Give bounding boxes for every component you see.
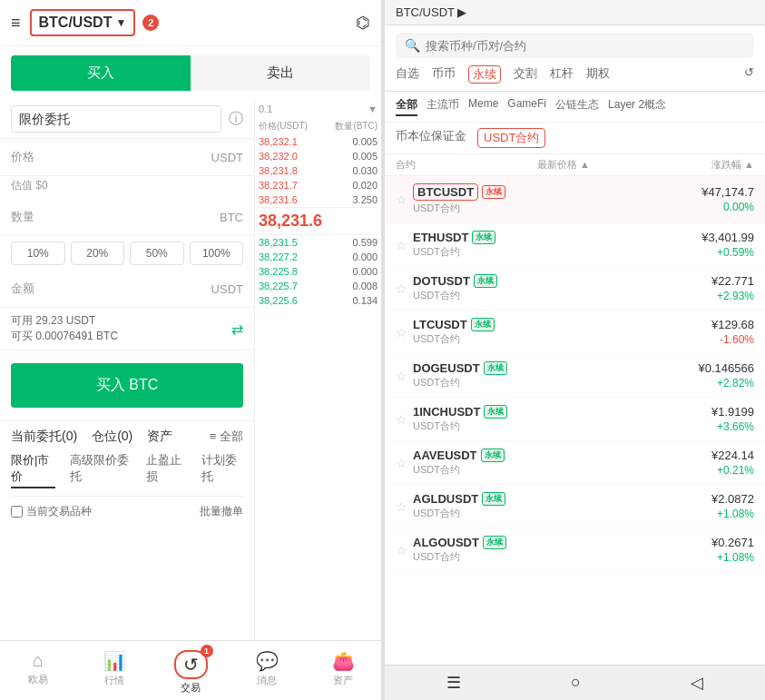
sell-tab[interactable]: 卖出 [191, 55, 370, 91]
nav-market-label: 行情 [104, 674, 124, 687]
pct-10-btn[interactable]: 10% [11, 242, 65, 265]
buy-tab[interactable]: 买入 [11, 55, 191, 91]
ctab-coin-margin[interactable]: 币本位保证金 [396, 128, 466, 148]
order-type-select[interactable]: 限价委托 [11, 105, 221, 133]
list-header-change: 涨跌幅 ▲ [711, 158, 754, 172]
coin-sub-algo: USDT合约 [413, 550, 711, 564]
coin-name-row-ltc: LTCUSDT 永续 [413, 318, 711, 331]
avail-btc: 可买 0.00076491 BTC [11, 329, 118, 344]
nav-trade-label: 交易 [181, 681, 201, 695]
ob-bid-3: 38,225.7 0.008 [259, 279, 378, 293]
menu-icon[interactable]: ≡ [11, 14, 21, 33]
coin-row-ethusdt[interactable]: ☆ ETHUSDT 永续 USDT合约 ¥3,401.99 +0.59% [385, 223, 765, 267]
pair-selector[interactable]: BTC/USDT ▼ [30, 9, 136, 36]
nav-messages-label: 消息 [257, 674, 277, 687]
ob-bid-qty-3: 0.008 [352, 281, 378, 291]
cat-tab-leverage[interactable]: 杠杆 [550, 65, 574, 84]
pct-20-btn[interactable]: 20% [71, 242, 125, 265]
cat-tab-perp[interactable]: 永续 [468, 65, 501, 84]
advanced-limit-tab[interactable]: 高级限价委托 [70, 452, 132, 488]
sub-tab-layer2[interactable]: Layer 2概念 [608, 97, 666, 116]
coin-price-ltc: ¥129.68 [711, 318, 754, 331]
all-orders-btn[interactable]: ≡ 全部 [210, 429, 243, 445]
coin-row-ltcusdt[interactable]: ☆ LTCUSDT 永续 USDT合约 ¥129.68 -1.60% [385, 311, 765, 354]
nav-assets[interactable]: 👛 资产 [305, 648, 381, 696]
sub-tab-all[interactable]: 全部 [396, 97, 417, 116]
ob-col-qty: 数量(BTC) [335, 120, 378, 133]
coin-row-dogeusdt[interactable]: ☆ DOGEUSDT 永续 USDT合约 ¥0.146566 +2.82% [385, 354, 765, 398]
star-icon-eth[interactable]: ☆ [396, 238, 407, 252]
star-icon-1inch[interactable]: ☆ [396, 412, 407, 427]
sub-tab-mainstream[interactable]: 主流币 [427, 97, 459, 116]
coin-change-agld: +1.08% [717, 508, 754, 520]
pct-100-btn[interactable]: 100% [190, 242, 244, 265]
cat-tab-options[interactable]: 期权 [586, 65, 610, 84]
star-icon-btc[interactable]: ☆ [396, 192, 407, 207]
current-orders-tab[interactable]: 当前委托(0) [11, 429, 77, 445]
info-icon[interactable]: ⓘ [229, 110, 243, 129]
plan-tab[interactable]: 计划委托 [201, 452, 243, 488]
amount-unit: BTC [220, 211, 243, 224]
stop-loss-tab[interactable]: 止盈止损 [146, 452, 188, 488]
buy-btc-button[interactable]: 买入 BTC [11, 363, 243, 408]
sys-home-icon[interactable]: ○ [571, 673, 581, 693]
positions-tab[interactable]: 仓位(0) [92, 429, 132, 445]
rp-top-bar: BTC/USDT ▶ [385, 0, 765, 25]
coin-left-algo: ALGOUSDT 永续 USDT合约 [413, 536, 711, 564]
cat-tab-favorite[interactable]: 自选 [396, 65, 419, 84]
coin-name-algo: ALGOUSDT [413, 536, 479, 549]
star-icon-agld[interactable]: ☆ [396, 499, 407, 514]
perp-badge-eth: 永续 [472, 231, 495, 244]
sub-tab-chain[interactable]: 公链生态 [555, 97, 599, 116]
coin-name-row-doge: DOGEUSDT 永续 [413, 361, 699, 375]
assets-tab[interactable]: 资产 [147, 429, 172, 445]
nav-market[interactable]: 📊 行情 [76, 648, 152, 696]
coin-sub-dot: USDT合约 [413, 289, 711, 302]
pct-50-btn[interactable]: 50% [130, 242, 184, 265]
coin-row-1inchusdt[interactable]: ☆ 1INCHUSDT 永续 USDT合约 ¥1.9199 +3.66% [385, 398, 765, 441]
contract-tabs: 币本位保证金 USDT合约 [385, 123, 765, 154]
star-icon-doge[interactable]: ☆ [396, 369, 407, 383]
nav-messages[interactable]: 💬 消息 [229, 648, 305, 696]
header: ≡ BTC/USDT ▼ 2 ⌬ [0, 0, 381, 46]
list-header-price: 最新价格 ▲ [537, 158, 590, 172]
coin-row-dotusdt[interactable]: ☆ DOTUSDT 永续 USDT合约 ¥22.771 +2.93% [385, 267, 765, 311]
swap-icon[interactable]: ⇄ [231, 320, 243, 338]
nav-home[interactable]: ⌂ 欧易 [0, 648, 76, 696]
coin-row-aaveusdt[interactable]: ☆ AAVEUSDT 永续 USDT合约 ¥224.14 +0.21% [385, 441, 765, 485]
chart-icon[interactable]: ⌬ [356, 13, 370, 33]
star-icon-aave[interactable]: ☆ [396, 456, 407, 470]
coin-name-btc: BTCUSDT [413, 183, 478, 201]
list-header: 合约 最新价格 ▲ 涨跌幅 ▲ [385, 154, 765, 176]
coin-right-algo: ¥0.2671 +1.08% [711, 536, 754, 564]
coin-change-eth: +0.59% [717, 246, 754, 259]
price-input[interactable] [38, 144, 211, 170]
cat-tab-delivery[interactable]: 交割 [514, 65, 537, 84]
sys-back-icon[interactable]: ◁ [691, 673, 703, 693]
sys-menu-icon[interactable]: ☰ [446, 673, 461, 693]
current-pair-checkbox[interactable] [11, 506, 23, 518]
coin-left-doge: DOGEUSDT 永续 USDT合约 [413, 361, 699, 389]
sub-tab-gamefi[interactable]: GameFi [507, 97, 546, 116]
ctab-usdt[interactable]: USDT合约 [477, 128, 545, 148]
total-input[interactable] [38, 276, 211, 301]
batch-cancel-btn[interactable]: 批量撤单 [200, 504, 243, 519]
refresh-icon[interactable]: ↺ [744, 65, 754, 84]
coin-sub-aave: USDT合约 [413, 463, 711, 477]
cat-tab-spot[interactable]: 币币 [432, 65, 456, 84]
nav-trade[interactable]: ↺ 1 交易 [152, 648, 229, 696]
coin-price-aave: ¥224.14 [711, 449, 754, 462]
star-icon-ltc[interactable]: ☆ [396, 325, 407, 340]
star-icon-algo[interactable]: ☆ [396, 543, 407, 557]
coin-right-aave: ¥224.14 +0.21% [711, 449, 754, 477]
coin-row-algousdt[interactable]: ☆ ALGOUSDT 永续 USDT合约 ¥0.2671 +1.08% [385, 528, 765, 572]
amount-input[interactable] [38, 204, 220, 230]
limit-market-tab[interactable]: 限价|市价 [11, 452, 55, 488]
coin-row-btcusdt[interactable]: ☆ BTCUSDT 永续 USDT合约 ¥47,174.7 0.00% [385, 176, 765, 223]
ob-bid-qty-2: 0.000 [352, 266, 378, 277]
star-icon-dot[interactable]: ☆ [396, 281, 407, 296]
coin-row-agldusdt[interactable]: ☆ AGLDUSDT 永续 USDT合约 ¥2.0872 +1.08% [385, 485, 765, 528]
search-input[interactable] [426, 39, 745, 53]
coin-change-btc: 0.00% [723, 201, 754, 213]
sub-tab-meme[interactable]: Meme [468, 97, 498, 116]
